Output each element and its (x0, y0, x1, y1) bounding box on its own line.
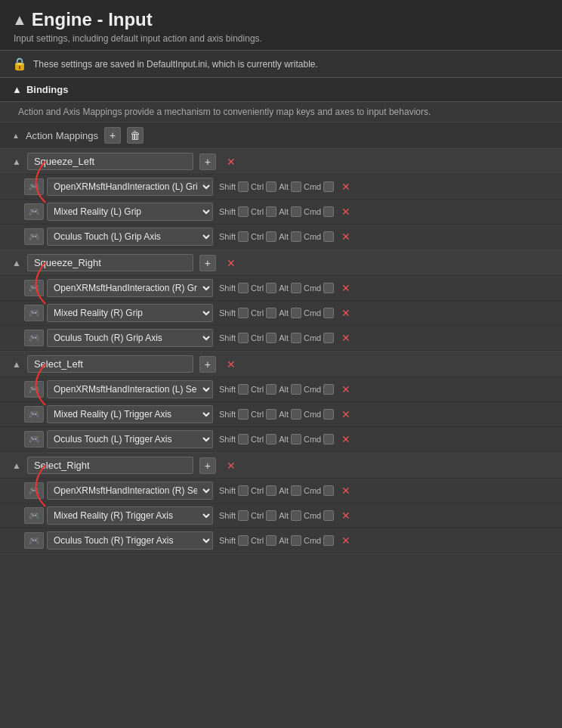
delete-binding-btn[interactable]: ✕ (338, 485, 354, 497)
ctrl-check[interactable] (266, 434, 276, 445)
ctrl-check[interactable] (266, 308, 276, 318)
delete-binding-btn[interactable]: ✕ (338, 510, 354, 522)
shift-check[interactable] (238, 333, 249, 343)
ctrl-check[interactable] (266, 485, 276, 496)
cmd-check[interactable] (323, 206, 334, 217)
ctrl-check[interactable] (266, 510, 276, 521)
binding-row: 🎮 OpenXRMsftHandInteraction (R) Grip Shi… (0, 276, 562, 301)
cmd-check[interactable] (323, 510, 334, 521)
bindings-section-header: ▲ Bindings (0, 78, 562, 102)
add-binding-squeeze-left[interactable]: + (199, 153, 216, 170)
binding-select[interactable]: OpenXRMsftHandInteraction (R) Select (47, 482, 213, 500)
binding-select[interactable]: OpenXRMsftHandInteraction (L) Grip (47, 178, 213, 196)
binding-select[interactable]: Oculus Touch (R) Grip Axis (47, 329, 213, 347)
add-binding-select-right[interactable]: + (199, 457, 216, 474)
binding-select[interactable]: Oculus Touch (L) Grip Axis (47, 228, 213, 246)
delete-binding-btn[interactable]: ✕ (338, 332, 354, 344)
binding-select[interactable]: Oculus Touch (L) Trigger Axis (47, 430, 213, 448)
delete-binding-btn[interactable]: ✕ (338, 282, 354, 294)
alt-check[interactable] (291, 409, 301, 420)
add-binding-squeeze-right[interactable]: + (199, 255, 216, 271)
cmd-check[interactable] (323, 535, 334, 546)
cmd-check[interactable] (323, 384, 334, 395)
delete-binding-btn[interactable]: ✕ (338, 383, 354, 395)
delete-binding-btn[interactable]: ✕ (338, 231, 354, 243)
ctrl-check[interactable] (266, 333, 276, 343)
group-name-input-squeeze-right[interactable] (27, 254, 193, 271)
alt-check[interactable] (291, 510, 301, 521)
cmd-check[interactable] (323, 434, 334, 445)
shift-check[interactable] (238, 206, 249, 217)
alt-check[interactable] (291, 181, 301, 192)
delete-group-select-right[interactable]: ✕ (224, 460, 239, 472)
alt-check[interactable] (291, 485, 301, 496)
ctrl-label: Ctrl (251, 182, 264, 191)
alt-check[interactable] (291, 308, 301, 318)
ctrl-check[interactable] (266, 283, 276, 293)
ctrl-label: Ctrl (251, 536, 264, 545)
alt-check[interactable] (291, 384, 301, 395)
cmd-check[interactable] (323, 333, 334, 343)
alt-check[interactable] (291, 535, 301, 546)
add-action-mapping-button[interactable]: + (104, 127, 121, 144)
cmd-check[interactable] (323, 409, 334, 420)
alt-label: Alt (279, 207, 289, 216)
binding-select[interactable]: Mixed Reality (L) Grip (47, 203, 213, 221)
shift-check[interactable] (238, 181, 249, 192)
binding-select[interactable]: Mixed Reality (L) Trigger Axis (47, 405, 213, 423)
alt-check[interactable] (291, 434, 301, 445)
shift-check[interactable] (238, 308, 249, 318)
alt-check[interactable] (291, 333, 301, 343)
cmd-check[interactable] (323, 181, 334, 192)
alt-check[interactable] (291, 231, 301, 242)
shift-check[interactable] (238, 231, 249, 242)
binding-select[interactable]: Mixed Reality (R) Grip (47, 304, 213, 322)
delete-binding-btn[interactable]: ✕ (338, 408, 354, 420)
alt-check[interactable] (291, 283, 301, 293)
delete-binding-btn[interactable]: ✕ (338, 433, 354, 445)
shift-check[interactable] (238, 535, 249, 546)
binding-row: 🎮 OpenXRMsftHandInteraction (L) Grip Shi… (0, 175, 562, 200)
delete-binding-btn[interactable]: ✕ (338, 307, 354, 319)
gamepad-icon: 🎮 (24, 330, 44, 346)
mapping-group-select-right: ▲ + ✕ 🎮 OpenXRMsftHandInteraction (R) Se… (0, 453, 562, 554)
shift-label: Shift (219, 283, 236, 293)
delete-binding-btn[interactable]: ✕ (338, 206, 354, 218)
delete-group-squeeze-right[interactable]: ✕ (224, 257, 239, 269)
delete-action-mapping-button[interactable]: 🗑 (127, 127, 144, 144)
group-name-input-select-right[interactable] (27, 457, 193, 474)
shift-check[interactable] (238, 510, 249, 521)
ctrl-check[interactable] (266, 206, 276, 217)
binding-select[interactable]: OpenXRMsftHandInteraction (L) Select (47, 380, 213, 398)
binding-select[interactable]: Mixed Reality (R) Trigger Axis (47, 507, 213, 525)
delete-group-select-left[interactable]: ✕ (224, 358, 239, 370)
binding-select[interactable]: OpenXRMsftHandInteraction (R) Grip (47, 279, 213, 297)
ctrl-check[interactable] (266, 535, 276, 546)
ctrl-check[interactable] (266, 409, 276, 420)
delete-binding-btn[interactable]: ✕ (338, 181, 354, 193)
shift-check[interactable] (238, 409, 249, 420)
ctrl-check[interactable] (266, 181, 276, 192)
alt-check[interactable] (291, 206, 301, 217)
cmd-check[interactable] (323, 485, 334, 496)
group-name-input-squeeze-left[interactable] (27, 153, 193, 170)
cmd-check[interactable] (323, 308, 334, 318)
shift-check[interactable] (238, 283, 249, 293)
cmd-label: Cmd (304, 207, 321, 216)
binding-select[interactable]: Oculus Touch (R) Trigger Axis (47, 531, 213, 550)
group-name-input-select-left[interactable] (27, 355, 193, 373)
gamepad-icon: 🎮 (24, 482, 44, 499)
cmd-label: Cmd (304, 182, 321, 191)
shift-check[interactable] (238, 434, 249, 445)
cmd-check[interactable] (323, 283, 334, 293)
cmd-check[interactable] (323, 231, 334, 242)
gamepad-icon: 🎮 (24, 228, 44, 245)
delete-group-squeeze-left[interactable]: ✕ (224, 156, 239, 168)
ctrl-check[interactable] (266, 384, 276, 395)
shift-check[interactable] (238, 485, 249, 496)
alt-label: Alt (279, 536, 289, 545)
shift-check[interactable] (238, 384, 249, 395)
add-binding-select-left[interactable]: + (199, 356, 216, 373)
delete-binding-btn[interactable]: ✕ (338, 534, 354, 547)
ctrl-check[interactable] (266, 231, 276, 242)
